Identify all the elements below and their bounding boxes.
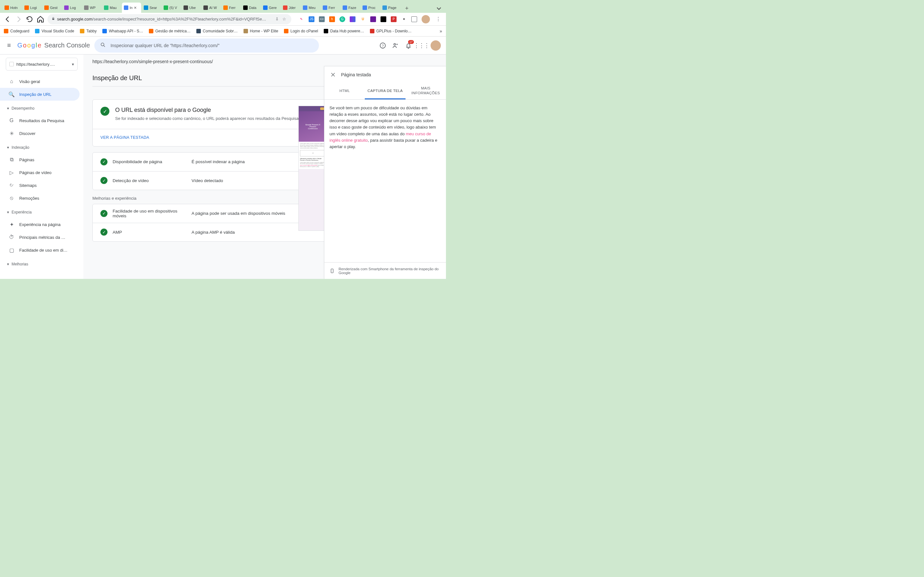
sidebar-item[interactable]: ⌂Visão geral bbox=[0, 75, 79, 88]
browser-tab[interactable]: Data bbox=[241, 3, 260, 13]
bookmarks-overflow-icon[interactable]: » bbox=[439, 29, 442, 34]
ext-icon-ahrefs[interactable]: h bbox=[329, 16, 335, 22]
url-inspect-input[interactable]: Inspecionar qualquer URL de "https://tea… bbox=[94, 39, 319, 53]
star-icon[interactable]: ☆ bbox=[282, 17, 288, 21]
sidebar-group-header[interactable]: ▾Melhorias bbox=[0, 258, 83, 270]
sidebar-item[interactable]: 🔍Inspeção de URL bbox=[0, 88, 79, 101]
sidebar-item[interactable]: ✳Discover bbox=[0, 127, 79, 140]
ext-icon-similarweb[interactable] bbox=[350, 16, 355, 22]
bookmark-item[interactable]: Visual Studio Code bbox=[35, 29, 74, 33]
sidepanel-icon[interactable] bbox=[411, 16, 417, 22]
bookmark-item[interactable]: Gestão de métrica… bbox=[149, 29, 191, 33]
property-selector[interactable]: https://teacherlory…. ▾ bbox=[6, 58, 78, 71]
close-panel-button[interactable] bbox=[330, 72, 336, 77]
browser-tab[interactable]: Gest bbox=[42, 3, 61, 13]
bookmark-favicon bbox=[284, 29, 288, 33]
sidebar-item[interactable]: ▷Páginas de vídeo bbox=[0, 166, 79, 179]
bookmark-item[interactable]: Data Hub powere… bbox=[324, 29, 364, 33]
bookmark-item[interactable]: Comunidade Sobr… bbox=[196, 29, 238, 33]
ext-icon-vue[interactable]: JS bbox=[309, 16, 314, 22]
chrome-menu-icon[interactable]: ⋮ bbox=[435, 15, 442, 23]
browser-tab[interactable]: AI W bbox=[202, 3, 221, 13]
ext-icon-wappalyzer[interactable] bbox=[370, 16, 376, 22]
panel-tab[interactable]: CAPTURA DE TELA bbox=[365, 83, 405, 99]
tabs-overflow-button[interactable] bbox=[435, 4, 443, 13]
bookmark-item[interactable]: Login do cPanel bbox=[284, 29, 318, 33]
*-icon: ✳ bbox=[8, 131, 15, 137]
users-icon[interactable] bbox=[392, 42, 399, 49]
sidebar-group-header[interactable]: ▾Experiência bbox=[0, 206, 83, 218]
browser-tab[interactable]: Hotn bbox=[3, 3, 22, 13]
sidebar-item[interactable]: ⏱Principais métricas da … bbox=[0, 231, 79, 243]
browser-tab[interactable]: Sear bbox=[142, 3, 161, 13]
bookmark-item[interactable]: Tabby bbox=[80, 29, 97, 33]
bookmark-item[interactable]: Whatsapp API - S… bbox=[102, 29, 143, 33]
bookmark-item[interactable]: Codeguard bbox=[4, 29, 29, 33]
back-button[interactable] bbox=[4, 15, 11, 23]
omnibox[interactable]: search.google.com/search-console/inspect… bbox=[47, 14, 291, 24]
sidebar-item[interactable]: GResultados da Pesquisa bbox=[0, 114, 79, 127]
apps-icon[interactable]: ⋮⋮⋮ bbox=[418, 42, 425, 49]
bookmark-item[interactable]: GPLPlus - Downlo… bbox=[370, 29, 412, 33]
product-logo[interactable]: Google Search Console bbox=[17, 42, 90, 49]
chevron-down-icon: ▾ bbox=[7, 210, 9, 214]
smartphone-icon bbox=[330, 267, 334, 275]
reload-button[interactable] bbox=[26, 15, 33, 23]
tab-label: Data bbox=[249, 6, 256, 10]
extensions-icon[interactable]: ✦ bbox=[401, 16, 407, 22]
bookmark-label: Gestão de métrica… bbox=[155, 29, 191, 33]
sidebar-item-label: Discover bbox=[19, 131, 36, 136]
browser-tab[interactable]: Mau bbox=[102, 3, 121, 13]
sidebar-item[interactable]: ౿Sitemaps bbox=[0, 179, 79, 192]
browser-tab[interactable]: Page bbox=[381, 3, 400, 13]
ext-icon-code[interactable]: <> bbox=[319, 16, 325, 22]
ext-icon-dark[interactable] bbox=[381, 16, 386, 22]
new-tab-button[interactable]: + bbox=[402, 4, 411, 13]
sidebar-group-title: Melhorias bbox=[11, 262, 28, 266]
ext-icon-ubersuggest[interactable]: U bbox=[360, 16, 366, 22]
view-tested-page-button[interactable]: VER A PÁGINA TESTADA bbox=[100, 135, 149, 140]
browser-tab[interactable]: Faze bbox=[341, 3, 360, 13]
browser-tab[interactable]: (5) V bbox=[162, 3, 181, 13]
metric-icon: ⏱ bbox=[8, 234, 15, 240]
sidebar-group-header[interactable]: ▾Desempenho bbox=[0, 103, 83, 114]
tab-label: Page bbox=[388, 6, 397, 10]
sidebar-item[interactable]: ⧉Páginas bbox=[0, 153, 79, 166]
bookmark-label: Home - WP Elite bbox=[250, 29, 278, 33]
notifications-icon[interactable]: 17 bbox=[405, 42, 412, 49]
home-button[interactable] bbox=[37, 15, 44, 23]
tab-favicon bbox=[24, 5, 29, 10]
tab-label: AI W bbox=[209, 6, 217, 10]
ext-icon-colorpicker[interactable]: ✎ bbox=[298, 16, 304, 22]
profile-avatar[interactable] bbox=[422, 15, 430, 23]
panel-tab[interactable]: HTML bbox=[325, 83, 365, 99]
sidebar-item[interactable]: ✦Experiência na página bbox=[0, 218, 79, 231]
sidebar-item[interactable]: ⦸Remoções bbox=[0, 192, 79, 205]
browser-tab[interactable]: Logi bbox=[23, 3, 42, 13]
sidebar-item[interactable]: ▢Facilidade de uso em di… bbox=[0, 243, 79, 256]
ext-icon-pdf[interactable]: P bbox=[391, 16, 397, 22]
account-avatar[interactable] bbox=[431, 40, 441, 51]
browser-tab[interactable]: Jder bbox=[281, 3, 300, 13]
panel-tab[interactable]: MAIS INFORMAÇÕES bbox=[405, 83, 446, 99]
sidebar-group-header[interactable]: ▾Indexação bbox=[0, 142, 83, 153]
forward-button[interactable] bbox=[15, 15, 23, 23]
browser-tab[interactable]: In✕ bbox=[122, 3, 141, 13]
browser-tab[interactable]: Gere bbox=[261, 3, 280, 13]
browser-tab[interactable]: Ferr bbox=[221, 3, 241, 13]
close-tab-icon[interactable]: ✕ bbox=[134, 6, 137, 10]
property-favicon bbox=[9, 62, 14, 66]
browser-tab[interactable]: Ferr bbox=[321, 3, 340, 13]
sidebar-item-label: Remoções bbox=[19, 196, 39, 201]
browser-tab[interactable]: WP bbox=[82, 3, 102, 13]
browser-tab[interactable]: Ube bbox=[182, 3, 201, 13]
browser-tab[interactable]: Meu bbox=[301, 3, 320, 13]
bookmark-item[interactable]: Home - WP Elite bbox=[244, 29, 278, 33]
browser-tab[interactable]: Log bbox=[62, 3, 81, 13]
ext-icon-grammarly[interactable]: G bbox=[339, 16, 345, 22]
tab-label: Ferr bbox=[229, 6, 236, 10]
install-icon[interactable]: ⇩ bbox=[275, 17, 280, 21]
help-icon[interactable]: ? bbox=[379, 42, 386, 49]
browser-tab[interactable]: Proc bbox=[360, 3, 380, 13]
menu-button[interactable]: ≡ bbox=[5, 42, 13, 49]
